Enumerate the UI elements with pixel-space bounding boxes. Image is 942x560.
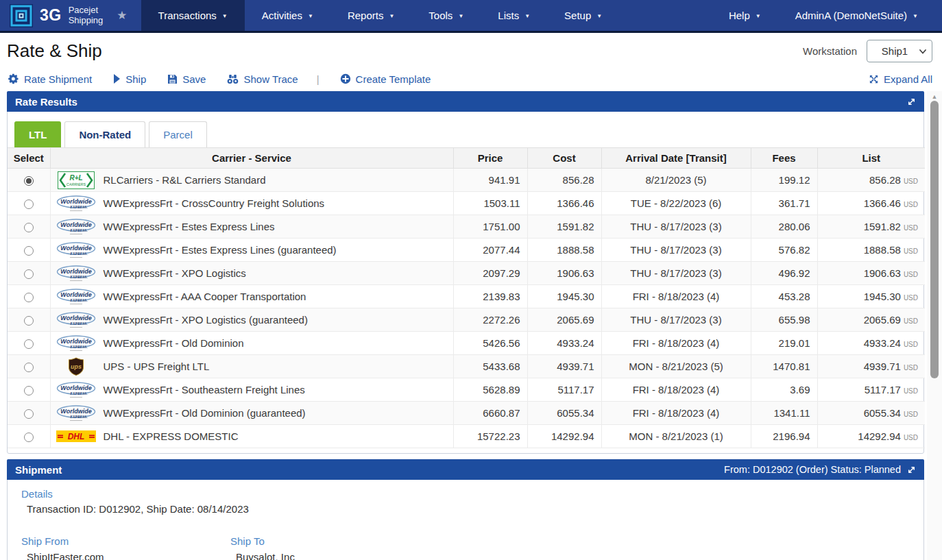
binoculars-icon (227, 74, 239, 84)
currency-label: USD (904, 224, 918, 232)
rate-radio-selected[interactable] (24, 176, 34, 186)
rate-radio[interactable] (24, 339, 34, 349)
workstation-select[interactable]: Ship1 (867, 40, 932, 62)
rate-row[interactable]: WorldwideEXPRESS.WWExpressFrt - XPO Logi… (8, 308, 925, 332)
caret-down-icon: ▼ (222, 13, 228, 19)
fees-cell: 1470.81 (751, 355, 817, 378)
save-button[interactable]: Save (167, 73, 206, 85)
currency-label: USD (904, 341, 918, 348)
diagonal-resize-icon[interactable] (907, 465, 916, 474)
list-cell: 856.28USD (817, 169, 925, 192)
list-cell: 14292.94USD (817, 425, 925, 448)
arrival-cell: THU - 8/17/2023 (3) (601, 215, 751, 239)
svg-text:EXPRESS.: EXPRESS. (69, 391, 88, 395)
list-cell: 1591.82USD (817, 215, 925, 239)
nav-item-tools[interactable]: Tools▼ (411, 0, 481, 31)
favorite-star-icon[interactable]: ★ (117, 0, 127, 31)
rate-row[interactable]: DHLDHL - EXPRESS DOMESTIC15722.2314292.9… (8, 425, 925, 448)
caret-down-icon: ▼ (756, 13, 761, 19)
rate-radio[interactable] (24, 199, 34, 209)
fees-cell: 453.28 (751, 285, 817, 308)
rate-row[interactable]: WorldwideEXPRESS.WWExpressFrt - Southeas… (8, 378, 925, 402)
list-cell: 6055.34USD (817, 402, 925, 425)
rate-radio[interactable] (24, 433, 34, 442)
carrier-service-name: WWExpressFrt - XPO Logistics (guaranteed… (104, 314, 308, 326)
rate-row[interactable]: R+LCARRIERSRLCarriers - R&L Carriers Sta… (8, 169, 925, 192)
svg-text:Worldwide: Worldwide (60, 221, 91, 228)
rate-radio[interactable] (24, 223, 34, 232)
diagonal-resize-icon[interactable] (907, 97, 916, 106)
arrival-cell: FRI - 8/18/2023 (4) (601, 402, 751, 425)
carrier-service-name: WWExpressFrt - Estes Express Lines (guar… (104, 244, 337, 256)
price-cell: 5433.68 (453, 355, 527, 378)
brand-logo[interactable]: 3G Pacejet Shipping (0, 0, 110, 31)
nav-item-transactions[interactable]: Transactions▼ (141, 0, 245, 31)
vertical-scrollbar[interactable]: ▲ (927, 91, 942, 560)
rate-table-header-row: Select Carrier - Service Price Cost Arri… (8, 148, 925, 169)
nav-item-reports[interactable]: Reports▼ (330, 0, 411, 31)
expand-all-button[interactable]: Expand All (869, 73, 932, 85)
cost-cell: 1945.30 (527, 285, 601, 308)
rate-shipment-button[interactable]: Rate Shipment (8, 73, 92, 85)
rate-radio[interactable] (24, 246, 34, 256)
caret-down-icon: ▼ (913, 13, 918, 19)
carrier-service-name: WWExpressFrt - Estes Express Lines (104, 221, 275, 232)
price-cell: 2097.29 (453, 262, 527, 285)
rate-radio[interactable] (24, 316, 34, 326)
nav-item-lists[interactable]: Lists▼ (481, 0, 547, 31)
nav-item-admina-demonetsuite[interactable]: AdminA (DemoNetSuite)▼ (778, 0, 935, 31)
caret-down-icon: ▼ (524, 13, 530, 19)
top-navbar: 3G Pacejet Shipping ★ Transactions▼Activ… (0, 0, 942, 33)
rate-radio[interactable] (24, 409, 34, 419)
rate-row[interactable]: upsUPS - UPS Freight LTL5433.684939.71MO… (8, 355, 925, 378)
rate-radio[interactable] (24, 363, 34, 372)
tab-ltl[interactable]: LTL (14, 121, 61, 147)
create-template-button[interactable]: Create Template (340, 73, 431, 85)
show-trace-button[interactable]: Show Trace (227, 73, 298, 85)
ship-button[interactable]: Ship (113, 73, 146, 85)
fees-cell: 655.98 (751, 308, 817, 332)
toolbar-button-label: Rate Shipment (24, 73, 92, 85)
rate-row[interactable]: WorldwideEXPRESS.WWExpressFrt - Old Domi… (8, 332, 925, 355)
carrier-service-name: DHL - EXPRESS DOMESTIC (104, 430, 239, 442)
brand-name: Pacejet Shipping (69, 5, 104, 26)
fees-cell: 1341.11 (751, 402, 817, 425)
nav-item-help[interactable]: Help▼ (712, 0, 778, 31)
currency-label: USD (904, 294, 918, 302)
tab-non-rated[interactable]: Non-Rated (64, 121, 145, 147)
cost-cell: 1591.82 (527, 215, 601, 239)
rate-radio[interactable] (24, 386, 34, 395)
nav-item-setup[interactable]: Setup▼ (547, 0, 619, 31)
rate-row[interactable]: WorldwideEXPRESS.WWExpressFrt - Estes Ex… (8, 239, 925, 262)
svg-text:Worldwide: Worldwide (60, 198, 91, 205)
nav-item-activities[interactable]: Activities▼ (245, 0, 330, 31)
details-label: Details (21, 488, 910, 500)
worldwide-express-logo: WorldwideEXPRESS. (56, 311, 96, 329)
svg-text:Worldwide: Worldwide (60, 315, 91, 321)
rate-row[interactable]: WorldwideEXPRESS.WWExpressFrt - Estes Ex… (8, 215, 925, 239)
fees-cell: 280.06 (751, 215, 817, 239)
page-header: Rate & Ship Workstation Ship1 (0, 33, 942, 69)
cost-cell: 856.28 (527, 169, 601, 192)
rate-row[interactable]: WorldwideEXPRESS.WWExpressFrt - CrossCou… (8, 192, 925, 215)
currency-label: USD (904, 247, 918, 255)
currency-label: USD (904, 387, 918, 395)
price-cell: 5628.89 (453, 378, 527, 402)
rate-radio[interactable] (24, 293, 34, 302)
arrival-cell: MON - 8/21/2023 (1) (601, 425, 751, 448)
workstation-value: Ship1 (882, 45, 908, 57)
price-cell: 2077.44 (453, 239, 527, 262)
ship-to-label: Ship To (230, 535, 295, 547)
list-cell: 4939.71USD (817, 355, 925, 378)
rate-radio[interactable] (24, 269, 34, 279)
svg-text:Worldwide: Worldwide (60, 408, 91, 415)
svg-text:EXPRESS.: EXPRESS. (69, 344, 88, 348)
scrollbar-thumb[interactable] (930, 101, 939, 378)
rate-row[interactable]: WorldwideEXPRESS.WWExpressFrt - Old Domi… (8, 402, 925, 425)
rate-row[interactable]: WorldwideEXPRESS.WWExpressFrt - XPO Logi… (8, 262, 925, 285)
scroll-up-arrow-icon[interactable]: ▲ (927, 93, 942, 100)
rate-row[interactable]: WorldwideEXPRESS.WWExpressFrt - AAA Coop… (8, 285, 925, 308)
toolbar-button-label: Ship (125, 73, 146, 85)
tab-parcel[interactable]: Parcel (149, 121, 207, 147)
shipment-body: Details Transaction ID: D012902, Ship Da… (8, 480, 923, 560)
